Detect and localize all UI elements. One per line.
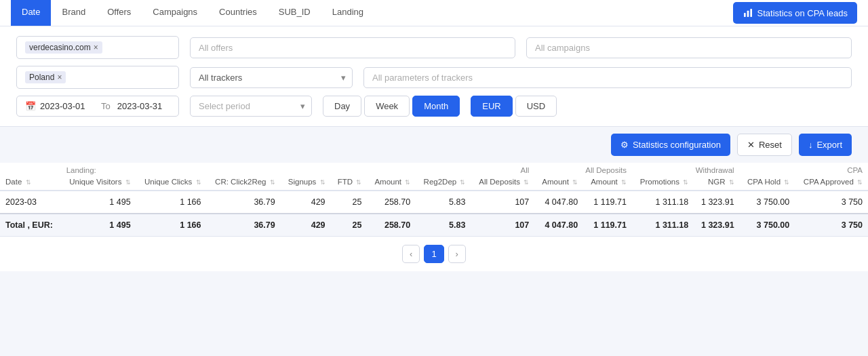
gh-date — [0, 163, 61, 174]
col-ftd-amount: Amount ⇅ — [367, 174, 416, 191]
date-range-picker[interactable]: 📅 To — [16, 96, 179, 117]
export-button[interactable]: ↓ Export — [799, 134, 852, 156]
svg-rect-1 — [747, 11, 749, 17]
gh-withdrawal: Withdrawal — [632, 163, 740, 174]
sort-all-dep-icon[interactable]: ⇅ — [524, 179, 529, 186]
sort-ngr-icon[interactable]: ⇅ — [729, 179, 734, 186]
sort-dep-amount-icon[interactable]: ⇅ — [572, 179, 578, 186]
country-filter[interactable]: Poland × — [16, 66, 179, 89]
cell-cpa-approved: 3 750 — [795, 191, 868, 214]
data-table-container: Landing: All All Deposits Withdrawal CPA… — [0, 163, 868, 236]
brand-tag: verdecasino.com × — [25, 41, 102, 54]
chart-icon — [743, 7, 753, 18]
day-button[interactable]: Day — [323, 96, 361, 117]
gh-ftd-amount — [367, 163, 416, 174]
actions-row: ⚙ Statistics configuration ✕ Reset ↓ Exp… — [0, 127, 868, 163]
offers-filter[interactable]: All offers — [190, 37, 515, 58]
sort-uc-icon[interactable]: ⇅ — [196, 179, 201, 186]
cell-cr: 36.79 — [207, 191, 281, 214]
cell-reg2dep: 5.83 — [416, 191, 471, 214]
sort-promo-icon[interactable]: ⇅ — [683, 179, 688, 186]
cell-ftd: 25 — [331, 191, 368, 214]
col-signups: Signups ⇅ — [281, 174, 331, 191]
tab-subid[interactable]: SUB_ID — [268, 0, 321, 26]
trackers-select[interactable]: All trackers — [190, 67, 353, 88]
period-select-wrap: Select period This week Last week This m… — [190, 96, 312, 117]
next-page-button[interactable]: › — [448, 245, 466, 263]
col-reg2dep: Reg2Dep ⇅ — [416, 174, 471, 191]
total-all-deposits: 107 — [471, 214, 534, 236]
tab-landing[interactable]: Landing — [321, 0, 374, 26]
table-footer: Total , EUR: 1 495 1 166 36.79 429 25 25… — [0, 214, 868, 236]
col-promotions: Promotions ⇅ — [632, 174, 694, 191]
svg-rect-0 — [744, 13, 746, 17]
sort-date-icon[interactable]: ⇅ — [26, 179, 31, 186]
col-all-deposits: All Deposits ⇅ — [471, 174, 534, 191]
col-unique-clicks: Unique Clicks ⇅ — [136, 174, 207, 191]
total-promotions: 1 311.18 — [632, 214, 694, 236]
brand-tag-remove[interactable]: × — [94, 43, 98, 52]
total-ngr: 1 323.91 — [694, 214, 740, 236]
table-row: 2023-03 1 495 1 166 36.79 429 25 258.70 … — [0, 191, 868, 214]
sort-signups-icon[interactable]: ⇅ — [320, 179, 326, 186]
sort-uv-icon[interactable]: ⇅ — [125, 179, 131, 186]
sort-with-amount-icon[interactable]: ⇅ — [621, 179, 627, 186]
table-body: 2023-03 1 495 1 166 36.79 429 25 258.70 … — [0, 191, 868, 214]
tab-date[interactable]: Date — [11, 0, 51, 26]
col-date: Date ⇅ — [0, 174, 61, 191]
filter-row-2: Poland × All trackers ▾ All parameters o… — [16, 66, 852, 89]
pagination: ‹ 1 › — [0, 236, 868, 271]
gh-ftd — [331, 163, 368, 174]
page-1-button[interactable]: 1 — [424, 245, 443, 263]
gh-all-deposits-count: All — [471, 163, 534, 174]
statistics-table: Landing: All All Deposits Withdrawal CPA… — [0, 163, 868, 236]
col-cpa-hold: CPA Hold ⇅ — [740, 174, 795, 191]
brand-filter[interactable]: verdecasino.com × — [16, 36, 179, 59]
cpa-leads-button[interactable]: Statistics on CPA leads — [733, 2, 857, 24]
month-button[interactable]: Month — [412, 96, 460, 117]
eur-button[interactable]: EUR — [471, 96, 512, 117]
col-cpa-approved: CPA Approved ⇅ — [795, 174, 868, 191]
cell-unique-visitors: 1 495 — [61, 191, 136, 214]
country-tag-remove[interactable]: × — [57, 73, 62, 82]
sort-cpa-hold-icon[interactable]: ⇅ — [784, 179, 789, 186]
currency-buttons-group: EUR USD — [471, 96, 557, 117]
cell-cpa-hold: 3 750.00 — [740, 191, 795, 214]
day-buttons-group: Day Week Month — [323, 96, 460, 117]
total-cpa-approved: 3 750 — [795, 214, 868, 236]
sort-cpa-approved-icon[interactable]: ⇅ — [857, 179, 863, 186]
total-label: Total , EUR: — [0, 214, 61, 236]
stats-config-button[interactable]: ⚙ Statistics configuration — [611, 134, 730, 156]
period-select[interactable]: Select period This week Last week This m… — [190, 96, 312, 117]
date-to-input[interactable] — [117, 101, 172, 111]
total-reg2dep: 5.83 — [416, 214, 471, 236]
sort-reg2dep-icon[interactable]: ⇅ — [460, 179, 465, 186]
total-unique-clicks: 1 166 — [136, 214, 207, 236]
prev-page-button[interactable]: ‹ — [402, 245, 420, 263]
cell-signups: 429 — [281, 191, 331, 214]
sort-ftd-icon[interactable]: ⇅ — [356, 179, 361, 186]
tab-brand[interactable]: Brand — [51, 0, 96, 26]
tracker-params-filter[interactable]: All parameters of trackers — [363, 67, 852, 88]
usd-button[interactable]: USD — [515, 96, 557, 117]
tab-campaigns[interactable]: Campaigns — [142, 0, 208, 26]
tab-countries[interactable]: Countries — [208, 0, 268, 26]
week-button[interactable]: Week — [364, 96, 410, 117]
col-unique-visitors: Unique Visitors ⇅ — [61, 174, 136, 191]
sort-ftd-amount-icon[interactable]: ⇅ — [405, 179, 410, 186]
cell-all-deposits: 107 — [471, 191, 534, 214]
reset-button[interactable]: ✕ Reset — [737, 134, 792, 156]
col-cr: CR: Click2Reg ⇅ — [207, 174, 281, 191]
tab-offers[interactable]: Offers — [96, 0, 142, 26]
sort-cr-icon[interactable]: ⇅ — [270, 179, 275, 186]
svg-rect-2 — [750, 9, 752, 17]
gh-cpa: CPA — [795, 163, 868, 174]
total-cr: 36.79 — [207, 214, 281, 236]
cell-promotions: 1 311.18 — [632, 191, 694, 214]
total-row: Total , EUR: 1 495 1 166 36.79 429 25 25… — [0, 214, 868, 236]
campaigns-filter[interactable]: All campaigns — [526, 37, 852, 58]
gh-cr — [207, 163, 281, 174]
date-from-input[interactable] — [40, 101, 94, 111]
export-icon: ↓ — [808, 140, 813, 150]
total-withdrawal-amount: 1 119.71 — [583, 214, 632, 236]
